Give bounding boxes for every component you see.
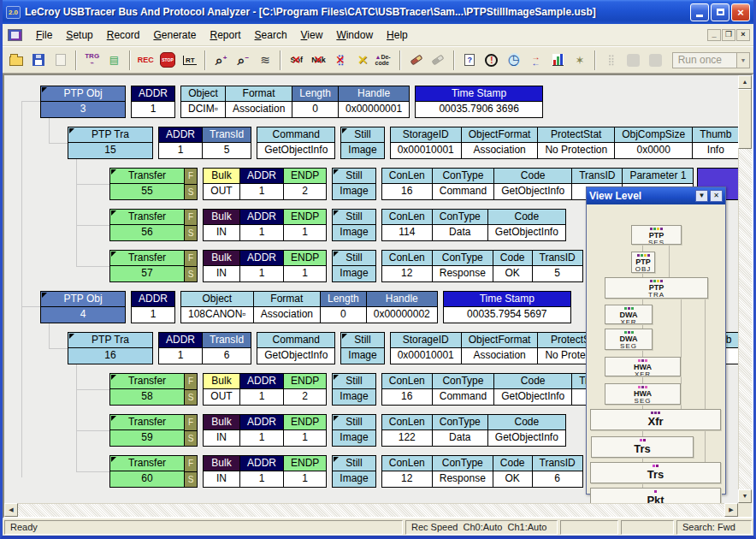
- menu-view[interactable]: View: [294, 27, 330, 44]
- cell-endp[interactable]: ENDP1: [283, 414, 327, 447]
- menu-help[interactable]: Help: [380, 27, 415, 44]
- view-level-dwa-xfr[interactable]: DWAXFR: [605, 305, 653, 324]
- title-bar[interactable]: 2.0 LeCroy USBTracer Bus And Protocol An…: [3, 0, 753, 24]
- transfer-label[interactable]: Transfer60: [109, 455, 185, 488]
- cell-still[interactable]: StillImage: [332, 414, 375, 447]
- search-again-button[interactable]: [428, 50, 449, 71]
- hide-sof-button[interactable]: Sof: [286, 50, 307, 71]
- cell-length[interactable]: Length0: [292, 86, 339, 118]
- hide-devices-button[interactable]: ⣿: [330, 50, 351, 71]
- cell-handle[interactable]: Handle0x00000001: [338, 86, 410, 118]
- cell-format[interactable]: FormatAssociation: [225, 86, 292, 118]
- cell-addr[interactable]: ADDR1: [239, 209, 284, 241]
- cell-code[interactable]: CodeGetObjectInfo: [493, 168, 572, 200]
- menu-search[interactable]: Search: [248, 27, 294, 44]
- run-once-select[interactable]: Run once▼: [672, 52, 750, 68]
- transfer-label[interactable]: Transfer58: [109, 373, 185, 406]
- cell-endp[interactable]: ENDP1: [283, 455, 327, 488]
- hide-nak-button[interactable]: Nak: [308, 50, 329, 71]
- fs-indicator[interactable]: FS: [185, 250, 198, 282]
- cell-addr[interactable]: ADDR1: [239, 250, 284, 282]
- cell-contype[interactable]: ConTypeData: [432, 209, 488, 241]
- view-level-title-bar[interactable]: View Level ▼ ✕: [587, 187, 725, 204]
- cell-contype[interactable]: ConTypeCommand: [432, 168, 494, 200]
- ptp-obj-label[interactable]: PTP Obj3: [40, 86, 126, 118]
- scroll-up-button[interactable]: ▲: [738, 75, 752, 89]
- cell-still[interactable]: StillImage: [332, 455, 375, 488]
- cell-code[interactable]: CodeGetObjectInfo: [487, 209, 566, 241]
- cell-conlen[interactable]: ConLen12: [381, 455, 433, 488]
- menu-record[interactable]: Record: [100, 27, 147, 44]
- cell-addr[interactable]: ADDR1: [158, 127, 203, 159]
- cell-endp[interactable]: ENDP2: [283, 373, 327, 406]
- menu-generate[interactable]: Generate: [146, 27, 203, 44]
- save-button[interactable]: [28, 50, 50, 71]
- cell-addr[interactable]: ADDR1: [158, 332, 203, 364]
- fs-indicator[interactable]: FS: [185, 455, 198, 488]
- cell-objectformat[interactable]: ObjectFormatAssociation: [461, 127, 539, 159]
- view-level-pkt[interactable]: Pkt: [590, 488, 721, 503]
- search-button[interactable]: [405, 50, 427, 71]
- menu-file[interactable]: File: [29, 27, 59, 44]
- cell-still[interactable]: StillImage: [332, 373, 375, 406]
- cell-storageid[interactable]: StorageID0x00010001: [390, 127, 462, 159]
- cell-still[interactable]: StillImage: [340, 127, 384, 159]
- cell-protectstat[interactable]: ProtectStatNo Protection: [537, 127, 615, 159]
- cell-bulk[interactable]: BulkIN: [203, 414, 240, 447]
- view-level-ptp-ses[interactable]: PTPSES: [631, 225, 682, 245]
- cell-time-stamp[interactable]: Time Stamp00035.7906 3696: [415, 86, 543, 118]
- cell-bulk[interactable]: BulkIN: [203, 455, 240, 488]
- cell-contype[interactable]: ConTypeResponse: [432, 455, 493, 488]
- error-summary-button[interactable]: !: [481, 50, 503, 71]
- cell-addr[interactable]: ADDR1: [239, 168, 284, 200]
- hide-chirps-button[interactable]: ✕: [352, 50, 374, 71]
- edit-button[interactable]: [50, 50, 72, 71]
- view-level-trs[interactable]: Trs: [590, 462, 721, 483]
- cell-storageid[interactable]: StorageID0x00010001: [390, 332, 462, 364]
- fs-indicator[interactable]: FS: [185, 414, 198, 447]
- cell-addr[interactable]: ADDR1: [131, 86, 175, 118]
- cell-addr[interactable]: ADDR1: [239, 414, 284, 447]
- cell-objcompsize[interactable]: ObjCompSize0x0000: [614, 127, 693, 159]
- view-level-dwa-seg[interactable]: DWASEG: [605, 329, 653, 350]
- cell-endp[interactable]: ENDP1: [283, 250, 327, 282]
- navigator-button[interactable]: ✶: [570, 50, 591, 71]
- cell-objectformat[interactable]: ObjectFormatAssociation: [461, 332, 539, 364]
- cell-contype[interactable]: ConTypeCommand: [432, 373, 494, 406]
- cell-code[interactable]: CodeOK: [493, 455, 533, 488]
- ptp-tra-label[interactable]: PTP Tra15: [68, 127, 153, 159]
- trigger-setup-button[interactable]: TRG⌁: [81, 50, 103, 71]
- view-level-xfr[interactable]: Xfr: [590, 409, 721, 430]
- cell-code[interactable]: CodeGetObjectInfo: [487, 414, 566, 447]
- scroll-right-button[interactable]: ▶: [724, 503, 738, 517]
- report-button[interactable]: ?: [459, 50, 481, 71]
- mdi-restore-button[interactable]: ❐: [722, 29, 735, 41]
- cell-bulk[interactable]: BulkIN: [203, 209, 240, 241]
- cell-addr[interactable]: ADDR1: [131, 291, 175, 323]
- cell-conlen[interactable]: ConLen16: [381, 373, 433, 406]
- zoom-in-button[interactable]: ⌕+: [210, 50, 232, 71]
- cell-conlen[interactable]: ConLen16: [381, 168, 433, 200]
- bus-utilization-button[interactable]: [547, 50, 569, 71]
- analysis-button-2[interactable]: [623, 50, 644, 71]
- vertical-scroll-thumb[interactable]: [738, 89, 752, 149]
- cell-code[interactable]: CodeGetObjectInfo: [493, 373, 572, 406]
- menu-window[interactable]: Window: [329, 27, 380, 44]
- mdi-close-button[interactable]: ×: [736, 29, 750, 41]
- stop-button[interactable]: STOP: [157, 50, 179, 71]
- traffic-summary-button[interactable]: →←: [525, 50, 546, 71]
- cell-endp[interactable]: ENDP2: [283, 168, 327, 200]
- zoom-out-button[interactable]: ⌕−: [233, 50, 254, 71]
- recording-options-button[interactable]: ▤: [103, 50, 125, 71]
- cell-contype[interactable]: ConTypeResponse: [432, 250, 493, 282]
- cell-format[interactable]: FormatAssociation: [253, 291, 321, 323]
- transfer-label[interactable]: Transfer55: [109, 168, 185, 200]
- ptp-obj-label[interactable]: PTP Obj4: [40, 291, 126, 323]
- view-level-ptp-tra[interactable]: PTPTRA: [605, 277, 708, 299]
- menu-setup[interactable]: Setup: [59, 27, 99, 44]
- cell-endp[interactable]: ENDP1: [283, 209, 327, 241]
- maximize-button[interactable]: [711, 3, 729, 21]
- cell-command[interactable]: CommandGetObjectInfo: [257, 127, 335, 159]
- cell-conlen[interactable]: ConLen122: [381, 414, 433, 447]
- scroll-down-button[interactable]: ▼: [738, 489, 752, 503]
